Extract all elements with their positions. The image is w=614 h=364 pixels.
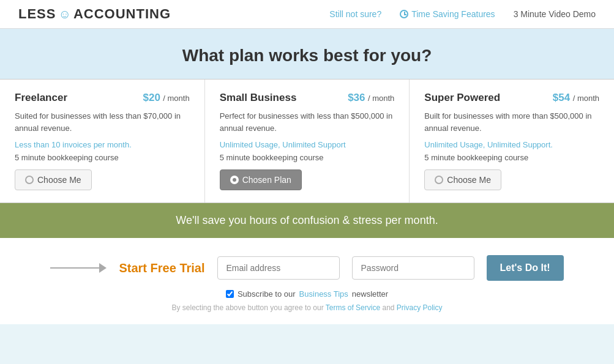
plan-col-2: Super Powered $54 / month Built for busi… <box>410 80 614 202</box>
plan-price-unit-2: / month <box>573 94 599 103</box>
password-input[interactable] <box>352 256 474 280</box>
plan-price-2: $54 <box>553 92 570 103</box>
business-tips-link[interactable]: Business Tips <box>299 289 348 299</box>
plan-name-1: Small Business <box>220 92 297 104</box>
cta-row: Start Free Trial Let's Do It! <box>50 255 563 281</box>
radio-circle-1 <box>230 176 239 184</box>
still-not-sure-link[interactable]: Still not sure? <box>329 9 381 19</box>
arrow <box>50 263 107 273</box>
plan-feature1-0: Less than 10 invoices per month. <box>15 140 190 149</box>
logo-icon: ☺ <box>58 7 70 21</box>
subscribe-text: Subscribe to our <box>238 289 296 299</box>
plan-feature2-2: 5 minute bookkeeping course <box>424 153 599 162</box>
banner-text: We'll save you hours of confusion & stre… <box>176 214 438 226</box>
tos-row: By selecting the above button you agree … <box>171 303 442 312</box>
start-free-label: Start Free Trial <box>119 261 204 275</box>
plan-btn-label-2: Choose Me <box>447 175 491 185</box>
plan-col-0: Freelancer $20 / month Suited for busine… <box>0 80 205 202</box>
plan-feature2-0: 5 minute bookkeeping course <box>15 153 190 162</box>
radio-circle-2 <box>435 176 443 184</box>
plans-section: Freelancer $20 / month Suited for busine… <box>0 79 614 203</box>
plan-btn-label-0: Choose Me <box>37 175 81 185</box>
cta-section: Start Free Trial Let's Do It! Subscribe … <box>0 238 614 324</box>
privacy-policy-link[interactable]: Privacy Policy <box>397 303 443 312</box>
savings-banner: We'll save you hours of confusion & stre… <box>0 203 614 238</box>
plan-price-1: $36 <box>348 92 365 103</box>
plan-name-0: Freelancer <box>15 92 67 104</box>
plan-desc-0: Suited for businesses with less than $70… <box>15 110 190 134</box>
lets-do-it-button[interactable]: Let's Do It! <box>487 255 564 281</box>
arrow-line <box>50 267 99 269</box>
plan-btn-1[interactable]: Chosen Plan <box>220 169 302 190</box>
subscribe-checkbox[interactable] <box>226 290 234 298</box>
plan-header-2: Super Powered $54 / month <box>424 92 599 104</box>
plan-header-0: Freelancer $20 / month <box>15 92 190 104</box>
hero-section: What plan works best for you? <box>0 29 614 79</box>
plan-desc-2: Built for businesses with more than $500… <box>424 110 599 134</box>
tos-prefix: By selecting the above button you agree … <box>171 303 323 312</box>
header: LESS ☺ ACCOUNTING Still not sure? Time S… <box>0 0 614 29</box>
logo-text-left: LESS <box>18 6 56 22</box>
logo: LESS ☺ ACCOUNTING <box>18 6 171 22</box>
plan-feature1-1: Unlimited Usage, Unlimited Support <box>220 140 395 149</box>
plan-col-1: Small Business $36 / month Perfect for b… <box>205 80 410 202</box>
arrow-head <box>99 263 107 273</box>
plan-header-1: Small Business $36 / month <box>220 92 395 104</box>
radio-circle-0 <box>25 176 34 184</box>
plan-btn-2[interactable]: Choose Me <box>424 169 501 190</box>
terms-of-service-link[interactable]: Terms of Service <box>326 303 380 312</box>
plan-btn-0[interactable]: Choose Me <box>15 169 92 190</box>
nav: Still not sure? Time Saving Features 3 M… <box>329 9 596 19</box>
plan-btn-label-1: Chosen Plan <box>242 175 291 185</box>
plan-feature2-1: 5 minute bookkeeping course <box>220 153 395 162</box>
video-demo-link[interactable]: 3 Minute Video Demo <box>514 9 596 19</box>
clock-icon <box>400 10 408 18</box>
logo-text-right: ACCOUNTING <box>73 6 171 22</box>
hero-title: What plan works best for you? <box>12 46 602 65</box>
tos-and: and <box>382 303 394 312</box>
plan-price-0: $20 <box>143 92 160 103</box>
subscribe-row: Subscribe to our Business Tips newslette… <box>226 289 388 299</box>
email-input[interactable] <box>217 256 340 280</box>
plan-name-2: Super Powered <box>424 92 500 104</box>
subscribe-suffix: newsletter <box>352 289 388 299</box>
plan-feature1-2: Unlimited Usage, Unlimited Support. <box>424 140 599 149</box>
plan-desc-1: Perfect for businesses with less than $5… <box>220 110 395 134</box>
time-saving-label: Time Saving Features <box>411 9 495 19</box>
plan-price-unit-1: / month <box>368 94 394 103</box>
time-saving-link[interactable]: Time Saving Features <box>400 9 495 19</box>
plan-price-unit-0: / month <box>163 94 189 103</box>
